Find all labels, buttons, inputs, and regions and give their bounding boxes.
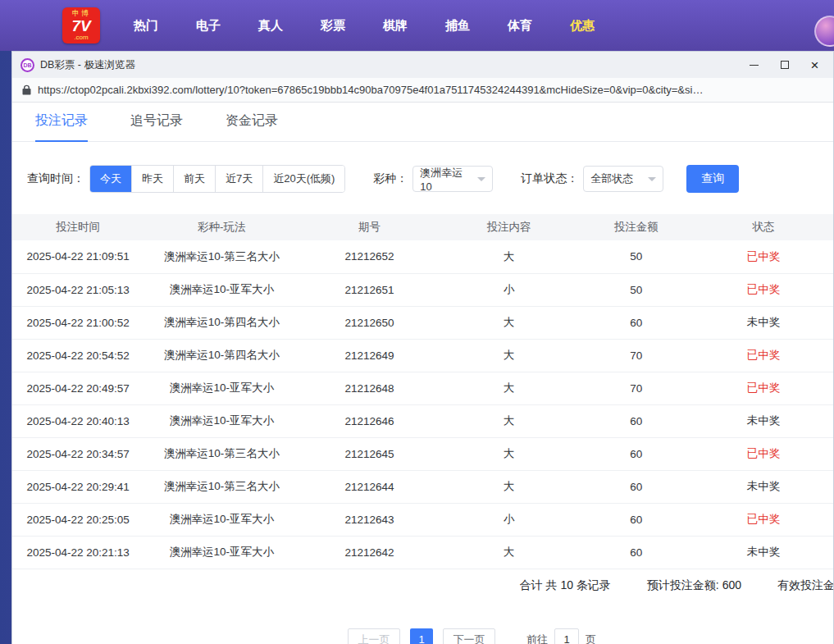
- tab-fund-records[interactable]: 资金记录: [226, 112, 278, 141]
- lottery-type-label: 彩种：: [373, 171, 408, 186]
- cell-bet-content: 大: [440, 536, 579, 569]
- summary-bar: 合计 共 10 条记录 预计投注金额: 600 有效投注金额: [12, 569, 833, 602]
- goto-suffix: 页: [586, 633, 596, 644]
- chevron-down-icon: [477, 177, 485, 181]
- cell-bet-time: 2025-04-22 20:34:57: [12, 437, 144, 470]
- nav-item-hot[interactable]: 热门: [121, 0, 171, 51]
- bet-records-table: 投注时间 彩种-玩法 期号 投注内容 投注金额 状态 2025-04-22 21…: [12, 214, 833, 569]
- cell-bet-amount: 60: [579, 503, 694, 536]
- address-bar[interactable]: https://ctop02pcali.2kbxi392.com/lottery…: [12, 78, 833, 103]
- next-page-button[interactable]: 下一页: [443, 628, 495, 644]
- query-button[interactable]: 查询: [686, 165, 739, 193]
- maximize-button[interactable]: [769, 52, 800, 78]
- order-status-value: 全部状态: [590, 171, 633, 186]
- minimize-button[interactable]: [739, 52, 769, 78]
- cell-game-play: 澳洲幸运10-亚军大小: [144, 372, 299, 404]
- filter-bar: 查询时间： 今天 昨天 前天 近7天 近20天(低频) 彩种： 澳洲幸运10 订…: [27, 165, 833, 193]
- cell-status: 已中奖: [694, 240, 833, 273]
- cell-issue: 21212645: [299, 437, 439, 470]
- nav-item-promo[interactable]: 优惠: [557, 0, 608, 51]
- header-bet-time: 投注时间: [12, 214, 144, 240]
- table-header-row: 投注时间 彩种-玩法 期号 投注内容 投注金额 状态: [12, 214, 833, 240]
- nav-item-live[interactable]: 真人: [245, 0, 296, 51]
- time-filter-last-7-days[interactable]: 近7天: [215, 166, 262, 192]
- tab-bet-records[interactable]: 投注记录: [35, 112, 88, 142]
- cell-bet-time: 2025-04-22 20:21:13: [12, 536, 144, 569]
- table-row: 2025-04-22 20:40:13 澳洲幸运10-亚军大小 21212646…: [12, 404, 833, 437]
- cell-bet-amount: 70: [579, 339, 694, 372]
- site-navbar: 申博 7V .com 热门 电子 真人 彩票 棋牌 捕鱼 体育 优惠: [0, 0, 834, 51]
- header-bet-content: 投注内容: [440, 214, 579, 240]
- records-tabbar: 投注记录 追号记录 资金记录: [12, 103, 833, 142]
- header-game-play: 彩种-玩法: [144, 214, 299, 240]
- tab-chase-records[interactable]: 追号记录: [130, 112, 183, 141]
- cell-bet-time: 2025-04-22 21:05:13: [12, 273, 144, 306]
- time-filter-group: 今天 昨天 前天 近7天 近20天(低频): [89, 165, 345, 193]
- cell-status: 已中奖: [694, 503, 833, 536]
- minimize-icon: [750, 65, 759, 66]
- db-lottery-icon: DB: [21, 58, 34, 72]
- cell-bet-content: 大: [440, 339, 579, 372]
- cell-game-play: 澳洲幸运10-第四名大小: [144, 339, 299, 372]
- page-1-button[interactable]: 1: [410, 628, 433, 644]
- order-status-select[interactable]: 全部状态: [583, 166, 663, 192]
- table-row: 2025-04-22 20:29:41 澳洲幸运10-第三名大小 2121264…: [12, 470, 833, 503]
- cell-bet-amount: 50: [579, 273, 694, 306]
- cell-status: 已中奖: [694, 339, 833, 372]
- order-status-label: 订单状态：: [521, 171, 578, 186]
- cell-bet-amount: 60: [579, 404, 694, 437]
- cell-bet-amount: 70: [579, 372, 694, 404]
- cell-bet-time: 2025-04-22 20:54:52: [12, 339, 144, 372]
- time-filter-today[interactable]: 今天: [90, 166, 131, 192]
- logo-main-text: 7V: [71, 18, 90, 34]
- lottery-type-select[interactable]: 澳洲幸运10: [412, 166, 493, 192]
- cell-issue: 21212651: [299, 273, 439, 306]
- cell-status: 已中奖: [694, 437, 833, 470]
- header-status: 状态: [694, 214, 833, 240]
- user-avatar[interactable]: [814, 16, 834, 47]
- browser-titlebar[interactable]: DB DB彩票 - 极速浏览器 ×: [12, 52, 833, 78]
- nav-item-electronic[interactable]: 电子: [183, 0, 234, 51]
- time-filter-day-before[interactable]: 前天: [173, 166, 215, 192]
- cell-bet-amount: 60: [579, 437, 694, 470]
- cell-game-play: 澳洲幸运10-第三名大小: [144, 470, 299, 503]
- cell-issue: 21212646: [299, 404, 439, 437]
- cell-status: 已中奖: [694, 273, 833, 306]
- nav-item-sports[interactable]: 体育: [494, 0, 545, 51]
- time-filter-yesterday[interactable]: 昨天: [131, 166, 173, 192]
- table-row: 2025-04-22 21:09:51 澳洲幸运10-第三名大小 2121265…: [12, 240, 833, 273]
- nav-item-fishing[interactable]: 捕鱼: [432, 0, 483, 51]
- nav-item-lottery[interactable]: 彩票: [308, 0, 358, 51]
- cell-status: 未中奖: [694, 536, 833, 569]
- pagination: 上一页 1 下一页 前往 页: [62, 628, 833, 644]
- summary-expected: 预计投注金额: 600: [647, 578, 741, 593]
- goto-page-input[interactable]: [554, 628, 579, 644]
- chevron-down-icon: [648, 177, 656, 181]
- time-filter-last-20-days[interactable]: 近20天(低频): [262, 166, 344, 192]
- close-button[interactable]: ×: [800, 52, 830, 78]
- cell-issue: 21212652: [299, 240, 439, 273]
- cell-bet-content: 大: [440, 240, 579, 273]
- window-title: DB彩票 - 极速浏览器: [40, 58, 135, 72]
- desktop-background: 申博 7V .com 热门 电子 真人 彩票 棋牌 捕鱼 体育 优惠 DB DB…: [0, 0, 834, 644]
- cell-bet-time: 2025-04-22 20:49:57: [12, 372, 144, 404]
- cell-game-play: 澳洲幸运10-亚军大小: [144, 536, 299, 569]
- cell-status: 未中奖: [694, 470, 833, 503]
- cell-bet-content: 大: [440, 372, 579, 404]
- cell-bet-time: 2025-04-22 21:09:51: [12, 240, 144, 273]
- logo-top-text: 申博: [72, 10, 90, 17]
- cell-bet-content: 小: [440, 273, 579, 306]
- cell-bet-time: 2025-04-22 20:40:13: [12, 404, 144, 437]
- cell-issue: 21212649: [299, 339, 439, 372]
- prev-page-button[interactable]: 上一页: [348, 628, 400, 644]
- summary-total: 合计 共 10 条记录: [520, 578, 611, 593]
- cell-bet-content: 大: [440, 470, 579, 503]
- cell-game-play: 澳洲幸运10-第四名大小: [144, 306, 299, 339]
- site-logo[interactable]: 申博 7V .com: [62, 7, 100, 43]
- time-filter-label: 查询时间：: [27, 171, 84, 186]
- nav-menu: 热门 电子 真人 彩票 棋牌 捕鱼 体育 优惠: [115, 0, 613, 51]
- lottery-records-page: 投注记录 追号记录 资金记录 查询时间： 今天 昨天 前天 近7天 近20天(低…: [12, 103, 833, 644]
- table-row: 2025-04-22 20:34:57 澳洲幸运10-第三名大小 2121264…: [12, 437, 833, 470]
- nav-item-chess[interactable]: 棋牌: [370, 0, 421, 51]
- table-row: 2025-04-22 21:00:52 澳洲幸运10-第四名大小 2121265…: [12, 306, 833, 339]
